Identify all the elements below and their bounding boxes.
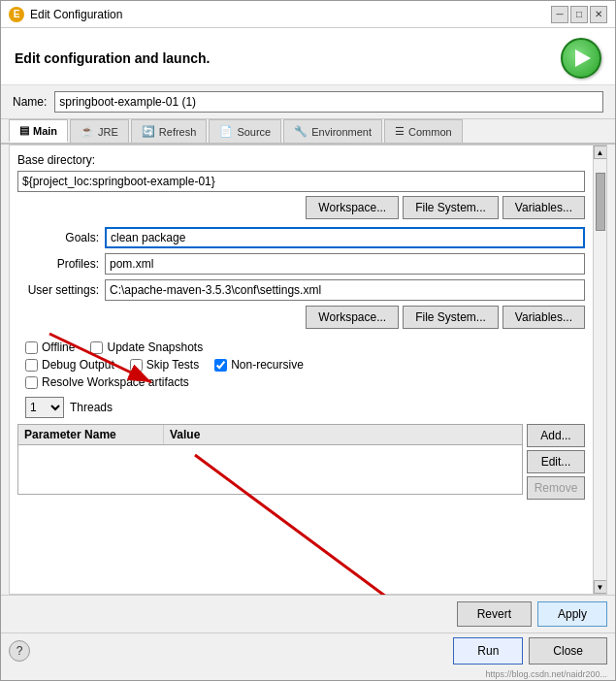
checkbox-row-3: Resolve Workspace artifacts — [17, 375, 585, 389]
add-button[interactable]: Add... — [527, 424, 585, 447]
goals-row: Goals: — [17, 227, 585, 248]
common-tab-icon: ☰ — [395, 125, 405, 138]
content-wrapper: Base directory: Workspace... File System… — [1, 145, 615, 595]
tab-common-label: Common — [408, 126, 452, 138]
tab-refresh-label: Refresh — [159, 126, 197, 138]
checkboxes-area: Offline Update Snapshots Debug Output — [17, 337, 585, 397]
source-tab-icon: 📄 — [219, 125, 233, 138]
workspace-button-2[interactable]: Workspace... — [306, 306, 399, 329]
update-snapshots-checkbox-label[interactable]: Update Snapshots — [90, 340, 203, 354]
run-button-large[interactable] — [561, 38, 601, 79]
tab-refresh[interactable]: 🔄 Refresh — [131, 119, 208, 143]
title-bar-left: E Edit Configuration — [9, 7, 122, 22]
scrollbar-track: ▲ ▼ — [593, 146, 606, 594]
update-snapshots-label: Update Snapshots — [107, 340, 203, 354]
threads-select[interactable]: 1 2 4 — [25, 397, 64, 418]
header-area: Edit configuration and launch. — [1, 28, 615, 85]
close-window-button[interactable]: ✕ — [590, 6, 607, 23]
close-button[interactable]: Close — [529, 637, 607, 665]
edit-button[interactable]: Edit... — [527, 450, 585, 473]
environment-tab-icon: 🔧 — [294, 125, 308, 138]
variables-button-1[interactable]: Variables... — [503, 196, 585, 219]
jre-tab-icon: ☕ — [81, 125, 94, 138]
goals-label: Goals: — [17, 231, 105, 244]
tab-main[interactable]: ▤ Main — [9, 119, 68, 143]
threads-label: Threads — [70, 401, 113, 414]
offline-label: Offline — [42, 340, 75, 354]
non-recursive-label: Non-recursive — [231, 358, 304, 372]
user-settings-input[interactable] — [105, 279, 585, 301]
user-settings-label: User settings: — [17, 283, 105, 297]
debug-output-checkbox-label[interactable]: Debug Output — [25, 358, 114, 372]
goals-input[interactable] — [105, 227, 585, 248]
user-settings-row: User settings: — [17, 279, 585, 301]
tab-source[interactable]: 📄 Source — [209, 119, 281, 143]
resolve-workspace-checkbox[interactable] — [25, 376, 38, 389]
resolve-workspace-checkbox-label[interactable]: Resolve Workspace artifacts — [25, 375, 189, 389]
title-bar: E Edit Configuration ─ □ ✕ — [1, 1, 615, 28]
parameter-table-container: Parameter Name Value Add... Edit... Remo… — [17, 424, 585, 500]
base-directory-label: Base directory: — [17, 153, 585, 167]
tab-jre[interactable]: ☕ JRE — [70, 119, 129, 143]
play-icon — [575, 49, 591, 67]
file-system-button-2[interactable]: File System... — [403, 306, 499, 329]
threads-row: 1 2 4 Threads — [17, 397, 585, 418]
header-subtitle: Edit configuration and launch. — [15, 50, 210, 66]
resolve-workspace-label: Resolve Workspace artifacts — [42, 375, 189, 389]
scrollbar-container: Base directory: Workspace... File System… — [10, 146, 606, 594]
tab-environment-label: Environment — [311, 126, 372, 138]
profiles-label: Profiles: — [17, 257, 105, 271]
footer: ? Run Close — [1, 632, 615, 668]
profiles-row: Profiles: — [17, 253, 585, 275]
bottom-buttons-row: Revert Apply — [9, 601, 607, 627]
workspace-button-1[interactable]: Workspace... — [306, 196, 399, 219]
tab-common[interactable]: ☰ Common — [384, 119, 463, 143]
run-button[interactable]: Run — [453, 637, 523, 665]
window-title: Edit Configuration — [30, 8, 122, 21]
debug-output-label: Debug Output — [42, 358, 114, 372]
scrollbar-thumb[interactable] — [596, 173, 605, 231]
file-system-button-1[interactable]: File System... — [403, 196, 499, 219]
main-content: Base directory: Workspace... File System… — [10, 146, 593, 594]
help-icon: ? — [16, 644, 23, 658]
debug-output-checkbox[interactable] — [25, 359, 38, 372]
profiles-input[interactable] — [105, 253, 585, 275]
footer-buttons: Run Close — [453, 637, 607, 665]
revert-button[interactable]: Revert — [457, 601, 532, 627]
watermark: https://blog.csdn.net/naidr200... — [1, 668, 615, 680]
edit-configuration-window: E Edit Configuration ─ □ ✕ Edit configur… — [0, 0, 616, 681]
user-settings-btn-row: Workspace... File System... Variables... — [17, 306, 585, 329]
minimize-button[interactable]: ─ — [551, 6, 568, 23]
name-input[interactable] — [54, 91, 603, 113]
offline-checkbox-label[interactable]: Offline — [25, 340, 75, 354]
table-wrapper: Parameter Name Value — [17, 424, 523, 500]
title-controls: ─ □ ✕ — [551, 6, 607, 23]
refresh-tab-icon: 🔄 — [142, 125, 155, 138]
parameter-table: Parameter Name Value — [17, 424, 523, 495]
base-directory-input[interactable] — [17, 171, 585, 192]
non-recursive-checkbox[interactable] — [214, 359, 227, 372]
name-label: Name: — [13, 95, 47, 109]
checkbox-row-1: Offline Update Snapshots — [17, 340, 585, 354]
help-button[interactable]: ? — [9, 640, 30, 662]
update-snapshots-checkbox[interactable] — [90, 341, 103, 354]
name-row: Name: — [1, 85, 615, 119]
skip-tests-checkbox-label[interactable]: Skip Tests — [130, 358, 199, 372]
apply-button[interactable]: Apply — [537, 601, 607, 627]
main-tab-icon: ▤ — [19, 124, 29, 137]
skip-tests-checkbox[interactable] — [130, 359, 143, 372]
offline-checkbox[interactable] — [25, 341, 38, 354]
scrollbar-down-arrow[interactable]: ▼ — [594, 580, 607, 594]
remove-button[interactable]: Remove — [527, 476, 585, 500]
side-buttons: Add... Edit... Remove — [527, 424, 585, 500]
tab-source-label: Source — [237, 126, 271, 138]
checkbox-row-2: Debug Output Skip Tests Non-recursive — [17, 358, 585, 372]
table-body[interactable] — [18, 445, 522, 494]
maximize-button[interactable]: □ — [570, 6, 588, 23]
param-value-header: Value — [164, 425, 522, 444]
scrollbar-up-arrow[interactable]: ▲ — [594, 146, 607, 159]
variables-button-2[interactable]: Variables... — [503, 306, 585, 329]
non-recursive-checkbox-label[interactable]: Non-recursive — [214, 358, 304, 372]
tab-environment[interactable]: 🔧 Environment — [283, 119, 382, 143]
base-dir-btn-row: Workspace... File System... Variables... — [17, 196, 585, 219]
